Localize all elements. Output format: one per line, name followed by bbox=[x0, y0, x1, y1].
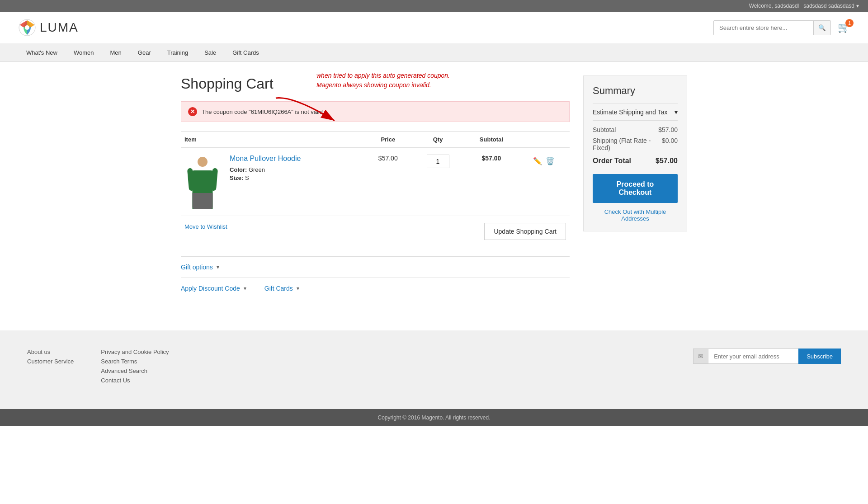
footer-link-customer-service[interactable]: Customer Service bbox=[27, 358, 74, 365]
newsletter-area: ✉ Subscribe bbox=[693, 349, 841, 386]
cart-content: Shopping Cart when tried to apply this a… bbox=[181, 75, 570, 299]
shipping-row: Shipping (Flat Rate - Fixed) $0.00 bbox=[593, 137, 678, 151]
product-name[interactable]: Mona Pullover Hoodie bbox=[230, 155, 361, 163]
order-total-row: Order Total $57.00 bbox=[593, 157, 678, 165]
footer: About us Customer Service Privacy and Co… bbox=[0, 330, 868, 409]
product-color: Color: Green bbox=[230, 166, 361, 173]
move-to-wishlist-link[interactable]: Move to Wishlist bbox=[184, 223, 227, 230]
shipping-estimate-label: Estimate Shipping and Tax bbox=[593, 108, 668, 116]
footer-col-2: Privacy and Cookie Policy Search Terms A… bbox=[101, 349, 169, 386]
product-action-cell: ✏️ 🗑️ bbox=[519, 148, 570, 216]
cart-item-row: Mona Pullover Hoodie Color: Green Size: … bbox=[181, 148, 570, 216]
update-cart-button[interactable]: Update Shopping Cart bbox=[484, 223, 566, 240]
nav-item-women[interactable]: Women bbox=[66, 44, 102, 61]
subscribe-button[interactable]: Subscribe bbox=[798, 349, 841, 364]
annotation-arrow bbox=[271, 94, 344, 130]
cart-badge: 1 bbox=[845, 19, 854, 27]
search-box: 🔍 bbox=[713, 20, 831, 35]
multi-address-link[interactable]: Check Out with Multiple Addresses bbox=[593, 208, 678, 222]
logo-icon bbox=[18, 19, 36, 37]
search-button[interactable]: 🔍 bbox=[813, 21, 830, 35]
footer-copyright: Copyright © 2016 Magento. All rights res… bbox=[0, 409, 868, 426]
figure-head bbox=[198, 157, 208, 167]
gift-options-section: Gift options ▾ bbox=[181, 256, 570, 278]
account-name: sadsdasd sadasdasd bbox=[803, 3, 854, 9]
wishlist-cell: Move to Wishlist bbox=[181, 216, 364, 247]
search-input[interactable] bbox=[714, 21, 813, 35]
annotation-bubble: when tried to apply this auto generated … bbox=[316, 71, 450, 90]
logo-link[interactable]: LUMA bbox=[18, 19, 79, 37]
page-title-area: Shopping Cart when tried to apply this a… bbox=[181, 75, 570, 92]
header: LUMA 🔍 🛒 1 bbox=[0, 12, 868, 44]
error-icon: ✕ bbox=[188, 107, 197, 116]
quantity-input[interactable] bbox=[427, 155, 449, 168]
figure-pants bbox=[193, 193, 213, 209]
annotation-line2: Magento always showing coupon invalid. bbox=[316, 81, 431, 89]
checkout-button[interactable]: Proceed to Checkout bbox=[593, 174, 678, 203]
size-label: Size: bbox=[230, 174, 243, 181]
giftcards-label: Gift Cards bbox=[264, 285, 293, 292]
cart-table: Item Price Qty Subtotal bbox=[181, 131, 570, 247]
discount-chevron: ▾ bbox=[244, 285, 246, 292]
product-figure bbox=[184, 155, 221, 209]
product-size: Size: S bbox=[230, 174, 361, 181]
order-total-value: $57.00 bbox=[656, 157, 678, 165]
footer-link-advanced-search[interactable]: Advanced Search bbox=[101, 367, 169, 374]
edit-icon[interactable]: ✏️ bbox=[533, 157, 542, 165]
newsletter-form: ✉ Subscribe bbox=[693, 349, 841, 364]
nav-item-gear[interactable]: Gear bbox=[130, 44, 159, 61]
giftcards-toggle[interactable]: Gift Cards ▾ bbox=[264, 285, 299, 292]
top-bar: Welcome, sadsdasdl sadsdasd sadasdasd ▾ bbox=[0, 0, 868, 12]
account-chevron: ▾ bbox=[856, 3, 859, 9]
subtotal-value: $57.00 bbox=[658, 126, 678, 133]
giftcards-chevron: ▾ bbox=[297, 285, 299, 292]
main-content: Shopping Cart when tried to apply this a… bbox=[163, 62, 705, 312]
col-item: Item bbox=[181, 132, 364, 148]
account-dropdown[interactable]: sadsdasd sadasdasd ▾ bbox=[803, 3, 859, 9]
summary-title: Summary bbox=[593, 85, 678, 97]
footer-col-1: About us Customer Service bbox=[27, 349, 74, 386]
shipping-value: $0.00 bbox=[662, 137, 678, 151]
wishlist-row: Move to Wishlist Update Shopping Cart bbox=[181, 216, 570, 247]
nav-item-whats-new[interactable]: What's New bbox=[18, 44, 66, 61]
promo-row: Apply Discount Code ▾ Gift Cards ▾ bbox=[181, 278, 570, 299]
col-price: Price bbox=[364, 132, 411, 148]
subtotal-label: Subtotal bbox=[593, 126, 616, 133]
delete-icon[interactable]: 🗑️ bbox=[546, 157, 555, 165]
discount-toggle[interactable]: Apply Discount Code ▾ bbox=[181, 285, 246, 292]
copyright-text: Copyright © 2016 Magento. All rights res… bbox=[378, 415, 491, 421]
nav-item-gift-cards[interactable]: Gift Cards bbox=[224, 44, 267, 61]
footer-link-privacy[interactable]: Privacy and Cookie Policy bbox=[101, 349, 169, 355]
annotation-line1: when tried to apply this auto generated … bbox=[316, 72, 450, 79]
product-subtotal: $57.00 bbox=[464, 148, 519, 216]
gift-options-chevron: ▾ bbox=[217, 264, 219, 270]
cart-icon-wrap[interactable]: 🛒 1 bbox=[838, 22, 850, 33]
newsletter-email-input[interactable] bbox=[708, 349, 798, 364]
logo-text: LUMA bbox=[40, 20, 79, 35]
product-image-cell bbox=[181, 148, 226, 216]
footer-link-contact-us[interactable]: Contact Us bbox=[101, 377, 169, 384]
nav-item-sale[interactable]: Sale bbox=[196, 44, 224, 61]
header-right: 🔍 🛒 1 bbox=[713, 20, 850, 35]
nav-item-men[interactable]: Men bbox=[102, 44, 130, 61]
shipping-chevron: ▾ bbox=[675, 108, 678, 116]
discount-label: Apply Discount Code bbox=[181, 285, 240, 292]
col-actions bbox=[519, 132, 570, 148]
welcome-text: Welcome, sadsdasdl bbox=[749, 3, 799, 9]
col-subtotal: Subtotal bbox=[464, 132, 519, 148]
update-cart-cell: Update Shopping Cart bbox=[364, 216, 570, 247]
sidebar: Summary Estimate Shipping and Tax ▾ Subt… bbox=[583, 75, 687, 299]
email-icon: ✉ bbox=[693, 349, 708, 364]
footer-link-about-us[interactable]: About us bbox=[27, 349, 74, 355]
shipping-label: Shipping (Flat Rate - Fixed) bbox=[593, 137, 662, 151]
product-price: $57.00 bbox=[364, 148, 411, 216]
col-qty: Qty bbox=[411, 132, 464, 148]
footer-content: About us Customer Service Privacy and Co… bbox=[27, 349, 841, 386]
footer-link-search-terms[interactable]: Search Terms bbox=[101, 358, 169, 365]
gift-options-toggle[interactable]: Gift options ▾ bbox=[181, 264, 570, 271]
nav-item-training[interactable]: Training bbox=[159, 44, 196, 61]
subtotal-row: Subtotal $57.00 bbox=[593, 126, 678, 133]
gift-options-label: Gift options bbox=[181, 264, 213, 271]
action-icons: ✏️ 🗑️ bbox=[522, 155, 566, 165]
shipping-estimate-toggle[interactable]: Estimate Shipping and Tax ▾ bbox=[593, 104, 678, 121]
